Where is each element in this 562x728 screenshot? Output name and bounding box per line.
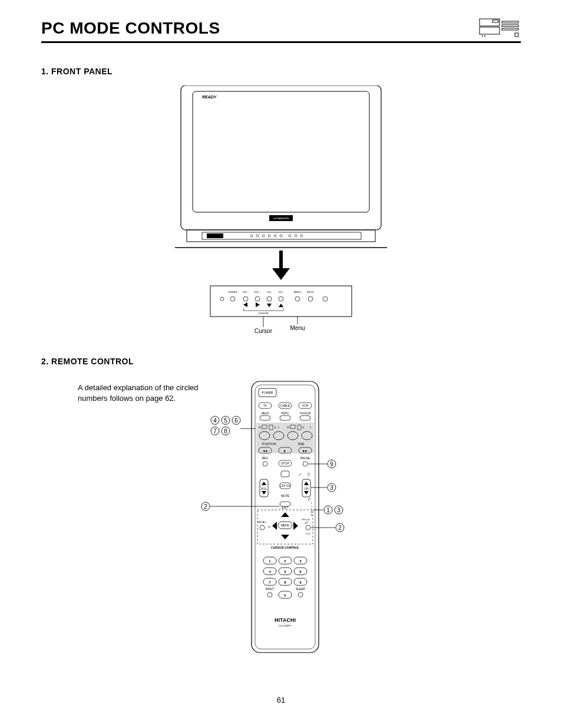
svg-point-14 [250,235,253,237]
svg-text:7: 7 [213,428,217,434]
svg-rect-6 [502,21,518,23]
svg-point-4 [482,35,483,37]
svg-text:3: 3 [310,426,312,429]
svg-point-20 [289,235,291,237]
remote-vcr-label: VCR [302,404,309,407]
svg-rect-8 [502,28,518,30]
remote-on-label: on [268,525,270,528]
panel-menu-label: MENU [294,291,301,294]
panel-ch-plus-label: CH + [278,291,284,294]
remote-menu-label: MENU [281,523,290,527]
svg-rect-65 [281,471,289,477]
svg-marker-68 [262,482,266,485]
svg-rect-11 [193,91,369,212]
panel-power-label: POWER [228,291,237,294]
remote-sleep-label: SLEEP [296,587,306,591]
manual-page-icon [478,18,521,38]
svg-rect-44 [300,416,310,420]
remote-key-8: 8 [284,581,286,584]
svg-point-82 [306,525,310,530]
remote-key-9: 9 [299,581,302,584]
svg-point-5 [484,35,485,37]
svg-point-27 [243,297,248,301]
callout-cursor: Cursor [254,328,273,333]
svg-marker-78 [272,522,277,530]
page-number: 61 [0,696,562,704]
panel-cursor-bracket-label: CURSOR [258,312,268,315]
remote-lites-label: LITES [311,502,313,516]
remote-brand: HITACHI [275,617,296,623]
svg-point-19 [280,235,282,237]
remote-figure: POWER TV CABLE VCR HELP PI/PC TV/VCR [41,375,521,664]
remote-size-label: SIZE [297,442,305,446]
remote-tv-label: TV [263,404,267,407]
svg-marker-30 [256,302,260,307]
svg-text:8: 8 [224,428,227,434]
svg-point-36 [308,297,313,301]
remote-mute-label: MUTE [281,494,290,498]
svg-point-33 [279,297,283,301]
svg-point-16 [262,235,265,237]
svg-marker-77 [281,535,289,539]
remote-key-0: 0 [284,594,286,597]
remote-cursor-control-label: CURSOR CONTROL [271,546,299,549]
remote-tvvcr-label: TV/VCR [300,411,311,415]
svg-marker-28 [243,302,247,307]
svg-rect-10 [181,85,381,230]
tv-brand-small [207,233,223,238]
svg-rect-3 [480,27,500,34]
remote-stop-label: STOP [281,462,289,465]
callout-menu: Menu [290,325,305,331]
svg-text:6: 6 [234,417,238,424]
remote-recall-label: RECALL [257,521,267,523]
remote-key-5: 5 [284,570,286,574]
arrow-down-icon [279,251,283,268]
remote-help-label: HELP [261,411,269,415]
remote-lstch-label: LST-CH [280,484,290,487]
svg-marker-69 [262,491,266,495]
front-panel-heading: 1. FRONT PANEL [41,67,521,76]
remote-control-heading: 2. REMOTE CONTROL [41,357,521,366]
panel-input-label: INPUT [307,291,315,294]
svg-text:◂◂: ◂◂ [263,449,267,453]
svg-text:▯: ▯ [308,472,310,476]
remote-h-label-1: H [259,426,261,429]
svg-point-22 [300,235,303,237]
svg-marker-71 [304,482,309,485]
remote-vol-label: VOL [261,487,267,490]
svg-point-93 [267,592,272,597]
remote-cs-label: C.S. [306,532,310,535]
remote-model: CLU-620PC [279,624,292,627]
remote-input-label: INPUT [266,587,275,591]
remote-key-7: 7 [269,581,271,584]
svg-marker-79 [293,522,298,530]
svg-point-18 [274,235,276,237]
callout-1: 1 [326,507,330,513]
remote-h-label-2: H [287,426,289,429]
svg-marker-72 [304,491,309,495]
remote-key-4: 4 [269,570,271,574]
svg-text:⤢: ⤢ [308,497,311,501]
tv-brand-text: ULTRAVISION [273,217,289,220]
callout-2-left: 2 [204,503,207,510]
page-title: PC MODE CONTROLS [41,19,220,38]
callout-2-right: 2 [338,525,342,531]
svg-rect-9 [515,33,518,37]
tv-ready-label: READY [202,95,217,99]
callout-3-ch: 3 [330,485,333,491]
remote-key-6: 6 [299,570,302,574]
svg-text:⤢: ⤢ [299,473,302,476]
svg-rect-2 [492,20,498,22]
svg-marker-24 [272,268,290,280]
panel-ch-minus-label: CH ‑ [267,291,272,294]
remote-rec-label: REC [262,456,269,460]
svg-marker-76 [281,512,289,517]
svg-point-62 [263,462,267,466]
svg-point-26 [220,297,224,301]
panel-vol-minus-label: VOL ‑ [243,291,249,294]
remote-key-1: 1 [269,559,271,563]
panel-power-led [230,297,235,301]
callout-cluster-left: 4 5 6 7 8 [211,416,240,435]
remote-ch-label: CH [304,487,309,490]
front-panel-figure: READY ULTRAVISION [41,85,521,333]
